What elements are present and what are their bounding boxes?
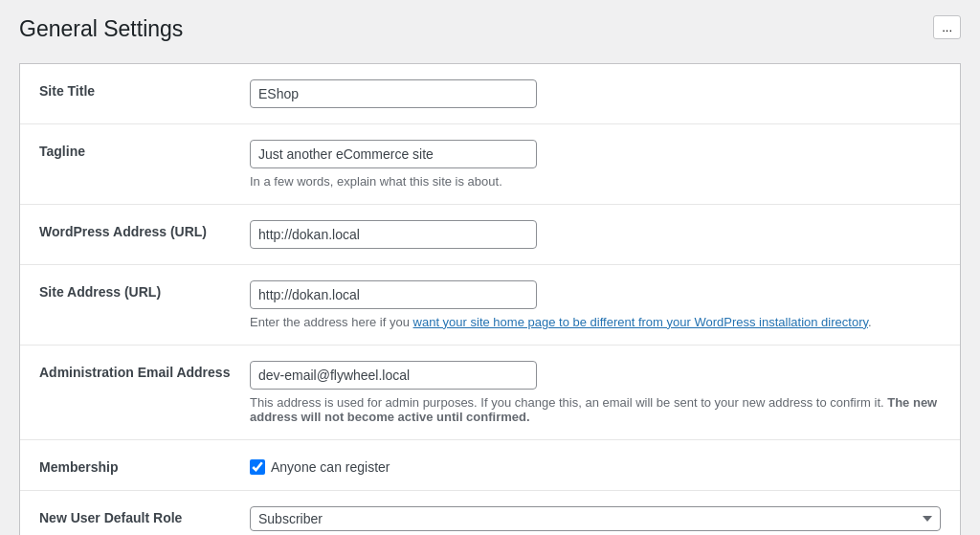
membership-checkbox-wrapper: Anyone can register [250,456,941,475]
admin-email-input[interactable] [250,361,537,390]
membership-row: Membership Anyone can register [20,440,960,491]
site-address-label: Site Address (URL) [39,280,250,300]
site-address-hint-link[interactable]: want your site home page to be different… [413,315,868,329]
wordpress-address-input[interactable] [250,220,537,249]
wordpress-address-row: WordPress Address (URL) [20,205,960,265]
admin-email-hint-plain: This address is used for admin purposes.… [250,395,887,410]
site-title-control [250,79,941,108]
top-right-button[interactable]: ... [933,15,961,39]
membership-label: Membership [39,456,250,475]
tagline-row: Tagline In a few words, explain what thi… [20,124,960,205]
site-title-row: Site Title [20,64,960,124]
admin-email-hint: This address is used for admin purposes.… [250,395,941,424]
admin-email-control: This address is used for admin purposes.… [250,361,941,424]
tagline-label: Tagline [39,140,250,159]
admin-email-row: Administration Email Address This addres… [20,346,960,440]
site-address-row: Site Address (URL) Enter the address her… [20,265,960,346]
tagline-control: In a few words, explain what this site i… [250,140,941,189]
site-address-input[interactable] [250,280,537,309]
new-user-role-row: New User Default Role Subscriber Contrib… [20,491,960,535]
site-title-label: Site Title [39,79,250,99]
new-user-role-select[interactable]: Subscriber Contributor Author Editor Adm… [250,506,941,531]
tagline-hint: In a few words, explain what this site i… [250,174,941,189]
page-wrapper: ... General Settings Site Title Tagline … [0,0,980,535]
site-title-input[interactable] [250,79,537,108]
page-title: General Settings [19,15,961,44]
tagline-input[interactable] [250,140,537,168]
membership-checkbox-label: Anyone can register [271,459,390,475]
new-user-role-label: New User Default Role [39,506,250,525]
new-user-role-control: Subscriber Contributor Author Editor Adm… [250,506,941,531]
site-address-control: Enter the address here if you want your … [250,280,941,329]
site-address-hint-end: . [868,315,872,329]
wordpress-address-control [250,220,941,249]
site-address-hint: Enter the address here if you want your … [250,315,941,329]
settings-form: Site Title Tagline In a few words, expla… [19,63,961,535]
membership-checkbox[interactable] [250,459,265,475]
admin-email-label: Administration Email Address [39,361,250,380]
wordpress-address-label: WordPress Address (URL) [39,220,250,239]
site-address-hint-text: Enter the address here if you [250,315,413,329]
membership-control: Anyone can register [250,456,941,475]
